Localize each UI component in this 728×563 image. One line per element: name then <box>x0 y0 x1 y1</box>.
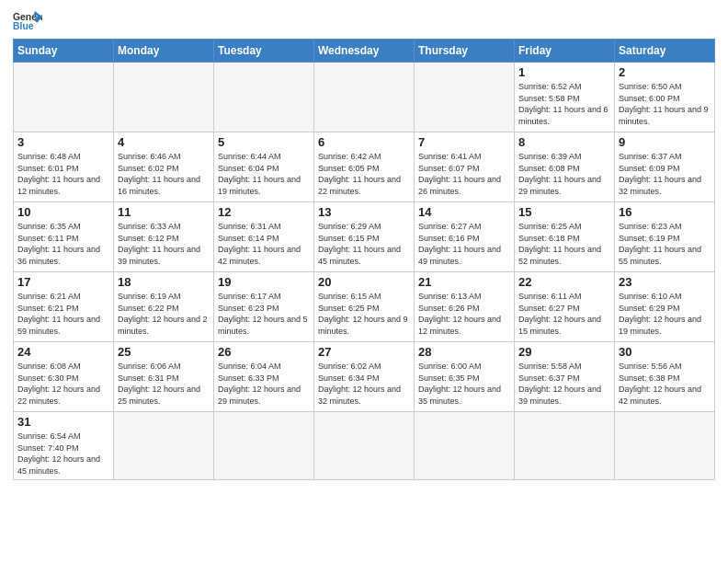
day-info: Sunrise: 6:23 AM Sunset: 6:19 PM Dayligh… <box>619 221 711 267</box>
svg-text:Blue: Blue <box>13 21 34 31</box>
calendar-table: SundayMondayTuesdayWednesdayThursdayFrid… <box>13 39 715 480</box>
day-info: Sunrise: 6:08 AM Sunset: 6:30 PM Dayligh… <box>17 361 109 407</box>
day-info: Sunrise: 6:52 AM Sunset: 5:58 PM Dayligh… <box>518 81 610 127</box>
day-number: 22 <box>518 275 610 289</box>
day-info: Sunrise: 6:21 AM Sunset: 6:21 PM Dayligh… <box>17 291 109 337</box>
day-info: Sunrise: 6:31 AM Sunset: 6:14 PM Dayligh… <box>218 221 310 267</box>
calendar-cell: 22Sunrise: 6:11 AM Sunset: 6:27 PM Dayli… <box>515 272 615 342</box>
day-number: 24 <box>17 345 109 359</box>
calendar-week-4: 17Sunrise: 6:21 AM Sunset: 6:21 PM Dayli… <box>14 272 715 342</box>
day-number: 10 <box>17 205 109 219</box>
day-info: Sunrise: 6:41 AM Sunset: 6:07 PM Dayligh… <box>418 151 510 197</box>
calendar-cell: 1Sunrise: 6:52 AM Sunset: 5:58 PM Daylig… <box>515 63 615 132</box>
calendar-cell: 15Sunrise: 6:25 AM Sunset: 6:18 PM Dayli… <box>515 202 615 272</box>
weekday-header-thursday: Thursday <box>415 40 515 63</box>
day-info: Sunrise: 5:56 AM Sunset: 6:38 PM Dayligh… <box>619 361 711 407</box>
day-info: Sunrise: 6:02 AM Sunset: 6:34 PM Dayligh… <box>318 361 410 407</box>
day-info: Sunrise: 6:06 AM Sunset: 6:31 PM Dayligh… <box>118 361 210 407</box>
weekday-header-monday: Monday <box>114 40 214 63</box>
calendar-cell: 16Sunrise: 6:23 AM Sunset: 6:19 PM Dayli… <box>615 202 715 272</box>
calendar-cell <box>114 412 214 480</box>
weekday-header-tuesday: Tuesday <box>214 40 314 63</box>
day-number: 19 <box>218 275 310 289</box>
calendar-cell: 24Sunrise: 6:08 AM Sunset: 6:30 PM Dayli… <box>14 342 114 412</box>
day-number: 3 <box>17 135 109 149</box>
day-number: 30 <box>619 345 711 359</box>
calendar-cell: 13Sunrise: 6:29 AM Sunset: 6:15 PM Dayli… <box>314 202 415 272</box>
day-info: Sunrise: 6:17 AM Sunset: 6:23 PM Dayligh… <box>218 291 310 337</box>
calendar-week-3: 10Sunrise: 6:35 AM Sunset: 6:11 PM Dayli… <box>14 202 715 272</box>
day-number: 21 <box>418 275 510 289</box>
day-info: Sunrise: 6:42 AM Sunset: 6:05 PM Dayligh… <box>318 151 410 197</box>
calendar-cell: 28Sunrise: 6:00 AM Sunset: 6:35 PM Dayli… <box>415 342 515 412</box>
calendar-cell <box>615 412 715 480</box>
weekday-header-friday: Friday <box>515 40 615 63</box>
day-info: Sunrise: 6:48 AM Sunset: 6:01 PM Dayligh… <box>17 151 109 197</box>
day-info: Sunrise: 6:10 AM Sunset: 6:29 PM Dayligh… <box>619 291 711 337</box>
calendar-week-5: 24Sunrise: 6:08 AM Sunset: 6:30 PM Dayli… <box>14 342 715 412</box>
day-number: 27 <box>318 345 410 359</box>
calendar-cell: 20Sunrise: 6:15 AM Sunset: 6:25 PM Dayli… <box>314 272 415 342</box>
day-number: 4 <box>118 135 210 149</box>
day-info: Sunrise: 5:58 AM Sunset: 6:37 PM Dayligh… <box>518 361 610 407</box>
day-info: Sunrise: 6:00 AM Sunset: 6:35 PM Dayligh… <box>418 361 510 407</box>
calendar-week-1: 1Sunrise: 6:52 AM Sunset: 5:58 PM Daylig… <box>14 63 715 132</box>
calendar-week-6: 31Sunrise: 6:54 AM Sunset: 7:40 PM Dayli… <box>14 412 715 480</box>
calendar-cell: 2Sunrise: 6:50 AM Sunset: 6:00 PM Daylig… <box>615 63 715 132</box>
calendar-week-2: 3Sunrise: 6:48 AM Sunset: 6:01 PM Daylig… <box>14 132 715 202</box>
calendar-cell: 23Sunrise: 6:10 AM Sunset: 6:29 PM Dayli… <box>615 272 715 342</box>
day-info: Sunrise: 6:54 AM Sunset: 7:40 PM Dayligh… <box>17 431 109 477</box>
day-number: 12 <box>218 205 310 219</box>
logo: General Blue <box>13 9 46 35</box>
day-number: 23 <box>619 275 711 289</box>
day-number: 20 <box>318 275 410 289</box>
calendar-cell: 4Sunrise: 6:46 AM Sunset: 6:02 PM Daylig… <box>114 132 214 202</box>
calendar-cell <box>515 412 615 480</box>
day-info: Sunrise: 6:11 AM Sunset: 6:27 PM Dayligh… <box>518 291 610 337</box>
weekday-header-row: SundayMondayTuesdayWednesdayThursdayFrid… <box>14 40 715 63</box>
calendar-cell: 3Sunrise: 6:48 AM Sunset: 6:01 PM Daylig… <box>14 132 114 202</box>
day-info: Sunrise: 6:33 AM Sunset: 6:12 PM Dayligh… <box>118 221 210 267</box>
calendar-cell <box>214 412 314 480</box>
day-number: 11 <box>118 205 210 219</box>
day-info: Sunrise: 6:25 AM Sunset: 6:18 PM Dayligh… <box>518 221 610 267</box>
day-number: 7 <box>418 135 510 149</box>
calendar-cell: 10Sunrise: 6:35 AM Sunset: 6:11 PM Dayli… <box>14 202 114 272</box>
day-number: 9 <box>619 135 711 149</box>
day-number: 28 <box>418 345 510 359</box>
calendar-cell: 19Sunrise: 6:17 AM Sunset: 6:23 PM Dayli… <box>214 272 314 342</box>
weekday-header-saturday: Saturday <box>615 40 715 63</box>
day-number: 2 <box>619 65 711 79</box>
day-info: Sunrise: 6:13 AM Sunset: 6:26 PM Dayligh… <box>418 291 510 337</box>
day-info: Sunrise: 6:15 AM Sunset: 6:25 PM Dayligh… <box>318 291 410 337</box>
day-number: 31 <box>17 415 109 429</box>
calendar-cell <box>14 63 114 132</box>
day-info: Sunrise: 6:04 AM Sunset: 6:33 PM Dayligh… <box>218 361 310 407</box>
day-info: Sunrise: 6:50 AM Sunset: 6:00 PM Dayligh… <box>619 81 711 127</box>
weekday-header-wednesday: Wednesday <box>314 40 415 63</box>
day-number: 26 <box>218 345 310 359</box>
calendar-cell <box>415 412 515 480</box>
day-info: Sunrise: 6:44 AM Sunset: 6:04 PM Dayligh… <box>218 151 310 197</box>
calendar-cell: 8Sunrise: 6:39 AM Sunset: 6:08 PM Daylig… <box>515 132 615 202</box>
day-number: 17 <box>17 275 109 289</box>
calendar-cell: 6Sunrise: 6:42 AM Sunset: 6:05 PM Daylig… <box>314 132 415 202</box>
calendar-cell: 21Sunrise: 6:13 AM Sunset: 6:26 PM Dayli… <box>415 272 515 342</box>
calendar-cell: 11Sunrise: 6:33 AM Sunset: 6:12 PM Dayli… <box>114 202 214 272</box>
calendar-cell: 12Sunrise: 6:31 AM Sunset: 6:14 PM Dayli… <box>214 202 314 272</box>
calendar-cell: 30Sunrise: 5:56 AM Sunset: 6:38 PM Dayli… <box>615 342 715 412</box>
day-number: 13 <box>318 205 410 219</box>
day-number: 16 <box>619 205 711 219</box>
day-number: 5 <box>218 135 310 149</box>
day-number: 29 <box>518 345 610 359</box>
calendar-cell <box>114 63 214 132</box>
calendar-cell <box>214 63 314 132</box>
header: General Blue <box>13 9 715 35</box>
day-number: 14 <box>418 205 510 219</box>
calendar-cell <box>415 63 515 132</box>
calendar-cell: 5Sunrise: 6:44 AM Sunset: 6:04 PM Daylig… <box>214 132 314 202</box>
calendar-cell <box>314 412 415 480</box>
calendar-cell <box>314 63 415 132</box>
weekday-header-sunday: Sunday <box>14 40 114 63</box>
calendar-cell: 25Sunrise: 6:06 AM Sunset: 6:31 PM Dayli… <box>114 342 214 412</box>
